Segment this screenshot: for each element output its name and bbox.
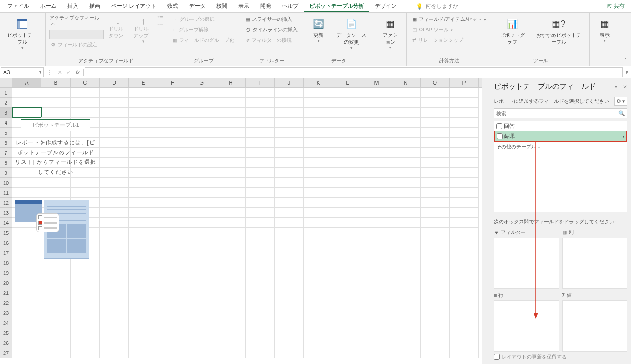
cell[interactable] xyxy=(362,118,391,128)
cell[interactable] xyxy=(362,108,391,118)
tab-view[interactable]: 表示 xyxy=(233,0,255,12)
cell[interactable] xyxy=(391,348,421,358)
column-header[interactable]: M xyxy=(362,78,391,87)
cell[interactable] xyxy=(421,238,450,248)
cell[interactable] xyxy=(421,188,450,198)
cell[interactable] xyxy=(421,148,450,158)
vertical-scrollbar[interactable] xyxy=(482,78,490,364)
cell[interactable] xyxy=(275,238,304,248)
cell[interactable] xyxy=(100,128,129,138)
cell[interactable] xyxy=(216,258,246,268)
cell[interactable] xyxy=(187,118,216,128)
row-header[interactable]: 22 xyxy=(0,298,12,308)
cell[interactable] xyxy=(246,98,275,108)
cell[interactable] xyxy=(391,98,421,108)
cell[interactable] xyxy=(362,338,391,348)
cell[interactable] xyxy=(216,208,246,218)
cell[interactable] xyxy=(391,88,421,98)
cell[interactable] xyxy=(158,188,187,198)
cell[interactable] xyxy=(129,268,158,278)
cell[interactable] xyxy=(421,228,450,238)
cell[interactable] xyxy=(450,228,479,238)
cell[interactable] xyxy=(100,348,129,358)
cell[interactable] xyxy=(129,218,158,228)
cell[interactable] xyxy=(158,298,187,308)
cell[interactable] xyxy=(100,338,129,348)
cell[interactable] xyxy=(12,278,41,288)
column-header[interactable]: N xyxy=(391,78,421,87)
cell[interactable] xyxy=(187,268,216,278)
cell[interactable] xyxy=(158,228,187,238)
tab-data[interactable]: データ xyxy=(184,0,211,12)
cell[interactable] xyxy=(100,208,129,218)
cell[interactable] xyxy=(187,228,216,238)
active-field-input[interactable] xyxy=(49,30,104,39)
filter-connections-button[interactable]: ⧩フィルターの接続 xyxy=(244,35,299,45)
columns-drop-zone[interactable] xyxy=(562,238,628,289)
cell[interactable] xyxy=(71,98,100,108)
cell[interactable] xyxy=(333,268,362,278)
cell[interactable] xyxy=(304,288,333,298)
cell[interactable] xyxy=(216,268,246,278)
cell[interactable] xyxy=(100,158,129,168)
cell[interactable] xyxy=(333,238,362,248)
cell[interactable] xyxy=(304,198,333,208)
tell-me-search[interactable]: 💡 何をしますか xyxy=(416,2,458,10)
name-box[interactable]: A3 ▾ xyxy=(1,67,44,77)
cell[interactable] xyxy=(304,328,333,338)
cell[interactable] xyxy=(391,338,421,348)
cell[interactable] xyxy=(246,178,275,188)
cell[interactable] xyxy=(275,138,304,148)
row-header[interactable]: 13 xyxy=(0,208,12,218)
cell[interactable] xyxy=(304,108,333,118)
cell[interactable] xyxy=(450,148,479,158)
cell[interactable] xyxy=(187,338,216,348)
cell[interactable] xyxy=(304,188,333,198)
cell[interactable] xyxy=(12,308,41,318)
cell[interactable] xyxy=(187,348,216,358)
cell[interactable] xyxy=(12,338,41,348)
cell[interactable] xyxy=(246,298,275,308)
row-header[interactable]: 6 xyxy=(0,138,12,148)
tab-review[interactable]: 校閲 xyxy=(211,0,233,12)
cell[interactable] xyxy=(304,338,333,348)
cell[interactable] xyxy=(304,158,333,168)
cell[interactable] xyxy=(333,318,362,328)
cell[interactable] xyxy=(362,258,391,268)
cell[interactable] xyxy=(275,168,304,178)
cell[interactable] xyxy=(41,88,71,98)
cell[interactable] xyxy=(158,108,187,118)
drill-down-button[interactable]: ↓ ドリルダウン xyxy=(107,15,129,41)
olap-tools-button[interactable]: ◳OLAP ツール▾ xyxy=(410,25,487,35)
cancel-icon[interactable]: ✕ xyxy=(57,69,62,76)
cell[interactable] xyxy=(100,238,129,248)
cell[interactable] xyxy=(129,108,158,118)
cell[interactable] xyxy=(100,168,129,178)
cell[interactable] xyxy=(216,148,246,158)
cell[interactable] xyxy=(450,128,479,138)
collapse-field-icon[interactable]: ⁻≡ xyxy=(157,22,163,28)
fields-items-sets-button[interactable]: ▦フィールド/アイテム/セット▾ xyxy=(410,15,487,24)
cell[interactable] xyxy=(421,88,450,98)
cell[interactable] xyxy=(304,118,333,128)
cell[interactable] xyxy=(450,278,479,288)
cell[interactable] xyxy=(333,98,362,108)
cell[interactable] xyxy=(41,318,71,328)
cell[interactable] xyxy=(362,178,391,188)
field-settings-button[interactable]: ⚙ フィールドの設定 xyxy=(49,40,104,50)
cell[interactable] xyxy=(71,88,100,98)
row-header[interactable]: 8 xyxy=(0,158,12,168)
cell[interactable] xyxy=(450,298,479,308)
cell[interactable] xyxy=(362,188,391,198)
cell[interactable] xyxy=(421,128,450,138)
cell[interactable] xyxy=(41,98,71,108)
cell[interactable] xyxy=(129,278,158,288)
cell[interactable] xyxy=(421,108,450,118)
spreadsheet-grid[interactable]: ABCDEFGHIJKLMNOP 12345678910111213141516… xyxy=(0,78,482,364)
cell[interactable] xyxy=(391,168,421,178)
row-header[interactable]: 15 xyxy=(0,228,12,238)
cell[interactable] xyxy=(333,118,362,128)
cell[interactable] xyxy=(421,168,450,178)
cell[interactable] xyxy=(391,108,421,118)
cell[interactable] xyxy=(304,228,333,238)
